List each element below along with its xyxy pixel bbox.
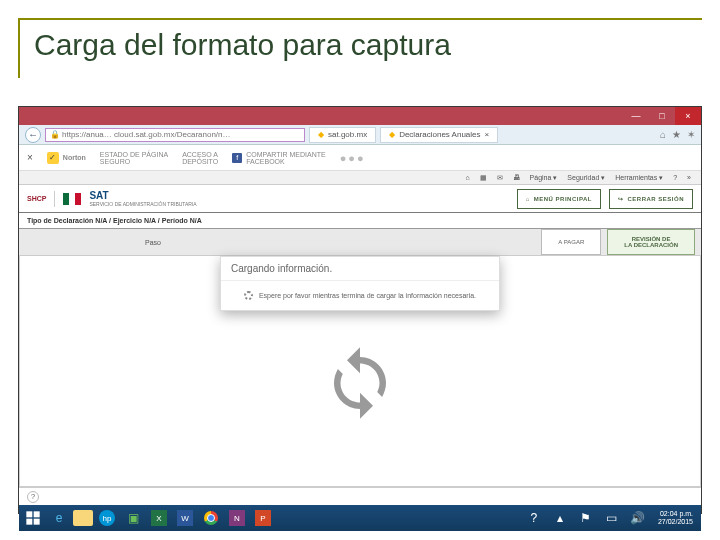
tray-volume-icon[interactable]: 🔊 [626, 508, 650, 528]
tools-gear-icon[interactable]: ✶ [687, 129, 695, 140]
clock-time: 02:04 p.m. [658, 510, 693, 518]
tab1-label: sat.gob.mx [328, 130, 367, 139]
main-content: Cargando información. Espere por favor m… [19, 255, 701, 487]
taskbar-excel-icon[interactable]: X [147, 508, 171, 528]
cmd-print-icon[interactable]: 🖶 [513, 174, 520, 181]
url-input[interactable]: 🔒 https://anua… cloud.sat.gob.mx/Decaran… [45, 128, 305, 142]
loading-modal: Cargando información. Espere por favor m… [220, 256, 500, 311]
modal-title: Cargando información. [221, 257, 499, 281]
taskbar-onenote-icon[interactable]: N [225, 508, 249, 528]
spinner-icon [244, 291, 253, 300]
tray-help-icon[interactable]: ? [522, 508, 546, 528]
step-revision[interactable]: REVISIÓN DE LA DECLARACIÓN [607, 229, 695, 255]
toolbar-close-icon[interactable]: × [27, 152, 33, 163]
window-titlebar: — □ × [19, 107, 701, 125]
tab1-favicon: ◆ [318, 130, 324, 139]
tab2-favicon: ◆ [389, 130, 395, 139]
window-close-button[interactable]: × [675, 107, 701, 125]
fb-share-l2: FACEBOOK [246, 158, 325, 165]
norton-vault-l2: DEPÓSITO [182, 158, 218, 165]
url-text: https://anua… cloud.sat.gob.mx/Decaranon… [62, 130, 231, 139]
main-menu-button[interactable]: ⌂ MENÚ PRINCIPAL [517, 189, 601, 209]
slide-title: Carga del formato para captura [34, 28, 451, 62]
taskbar-ie-icon[interactable]: e [47, 508, 71, 528]
norton-brand-label: Norton [63, 154, 86, 161]
header-divider [54, 191, 55, 207]
shcp-logo: SHCP [27, 195, 46, 202]
refresh-icon [321, 344, 399, 426]
step-revision-l2: LA DECLARACIÓN [624, 242, 678, 248]
logout-label: CERRAR SESIÓN [627, 196, 684, 202]
taskbar-clock[interactable]: 02:04 p.m. 27/02/2015 [652, 510, 699, 525]
steps-row: Paso A PAGAR REVISIÓN DE LA DECLARACIÓN [19, 229, 701, 255]
browser-tab-1[interactable]: ◆ sat.gob.mx [309, 127, 376, 143]
address-bar: ← 🔒 https://anua… cloud.sat.gob.mx/Decar… [19, 125, 701, 145]
cmd-home-icon[interactable]: ⌂ [465, 174, 469, 181]
norton-check-icon: ✓ [47, 152, 59, 164]
logout-glyph-icon: ↪ [618, 195, 624, 202]
taskbar-powerpoint-icon[interactable]: P [251, 508, 275, 528]
sat-header: SHCP SAT SERVICIO DE ADMINISTRACIÓN TRIB… [19, 185, 701, 213]
paso-label: Paso [145, 239, 161, 246]
help-bar: ? [19, 487, 701, 505]
facebook-share-item[interactable]: f COMPARTIR MEDIANTE FACEBOOK [232, 151, 325, 165]
tray-network-icon[interactable]: ▭ [600, 508, 624, 528]
cmd-overflow-icon[interactable]: » [687, 174, 691, 181]
home-icon[interactable]: ⌂ [660, 129, 666, 140]
window-maximize-button[interactable]: □ [649, 107, 675, 125]
fb-share-l1: COMPARTIR MEDIANTE [246, 151, 325, 158]
modal-body-text: Espere por favor mientras termina de car… [259, 292, 476, 299]
cmd-safety-menu[interactable]: Seguridad ▾ [567, 174, 605, 182]
cmd-feeds-icon[interactable]: ▦ [480, 174, 487, 182]
ie-command-bar: ⌂ ▦ ✉ 🖶 Página ▾ Seguridad ▾ Herramienta… [19, 171, 701, 185]
cmd-mail-icon[interactable]: ✉ [497, 174, 503, 182]
main-menu-label: MENÚ PRINCIPAL [534, 196, 592, 202]
norton-status-l2: SEGURO [100, 158, 168, 165]
taskbar-word-icon[interactable]: W [173, 508, 197, 528]
cmd-help-icon[interactable]: ? [673, 174, 677, 181]
svg-rect-2 [26, 519, 32, 525]
browser-tab-2[interactable]: ◆ Declaraciones Anuales × [380, 127, 498, 143]
modal-body: Espere por favor mientras termina de car… [221, 281, 499, 310]
favorites-icon[interactable]: ★ [672, 129, 681, 140]
tray-flag-icon[interactable]: ⚑ [574, 508, 598, 528]
screenshot-frame: — □ × ← 🔒 https://anua… cloud.sat.gob.mx… [18, 106, 702, 514]
lock-icon: 🔒 [50, 130, 60, 139]
taskbar-store-icon[interactable]: ▣ [121, 508, 145, 528]
svg-rect-1 [34, 511, 40, 517]
back-button[interactable]: ← [25, 127, 41, 143]
declaration-breadcrumb: Tipo de Declaración N/A / Ejercicio N/A … [19, 213, 701, 229]
sat-subtitle: SERVICIO DE ADMINISTRACIÓN TRIBUTARIA [89, 201, 196, 207]
step-a-pagar[interactable]: A PAGAR [541, 229, 601, 255]
norton-status-item[interactable]: ESTADO DE PÁGINA SEGURO [100, 151, 168, 165]
norton-toolbar: × ✓ Norton ESTADO DE PÁGINA SEGURO ACCES… [19, 145, 701, 171]
clock-date: 27/02/2015 [658, 518, 693, 526]
tray-up-icon[interactable]: ▴ [548, 508, 572, 528]
svg-rect-3 [34, 519, 40, 525]
help-icon[interactable]: ? [27, 491, 39, 503]
windows-taskbar: e hp ▣ X W N P ? ▴ ⚑ ▭ 🔊 02:04 p.m. 27/0… [19, 505, 701, 531]
taskbar-hp-icon[interactable]: hp [95, 508, 119, 528]
mexico-flag-icon [63, 193, 81, 205]
tab2-label: Declaraciones Anuales [399, 130, 480, 139]
logout-button[interactable]: ↪ CERRAR SESIÓN [609, 189, 693, 209]
cmd-page-menu[interactable]: Página ▾ [530, 174, 558, 182]
facebook-icon: f [232, 153, 242, 163]
tab2-close-icon[interactable]: × [485, 130, 490, 139]
start-button[interactable] [21, 508, 45, 528]
home-glyph-icon: ⌂ [526, 196, 530, 202]
cmd-tools-menu[interactable]: Herramientas ▾ [615, 174, 663, 182]
svg-rect-0 [26, 511, 32, 517]
taskbar-chrome-icon[interactable] [199, 508, 223, 528]
norton-status-l1: ESTADO DE PÁGINA [100, 151, 168, 158]
more-icon[interactable]: ●●● [340, 152, 366, 164]
breadcrumb-text: Tipo de Declaración N/A / Ejercicio N/A … [27, 217, 202, 224]
sat-logo: SAT [89, 190, 196, 201]
taskbar-explorer-icon[interactable] [73, 510, 93, 526]
step-a-pagar-label: A PAGAR [558, 239, 584, 245]
norton-brand[interactable]: ✓ Norton [47, 152, 86, 164]
window-minimize-button[interactable]: — [623, 107, 649, 125]
norton-vault-l1: ACCESO A [182, 151, 218, 158]
norton-vault-item[interactable]: ACCESO A DEPÓSITO [182, 151, 218, 165]
